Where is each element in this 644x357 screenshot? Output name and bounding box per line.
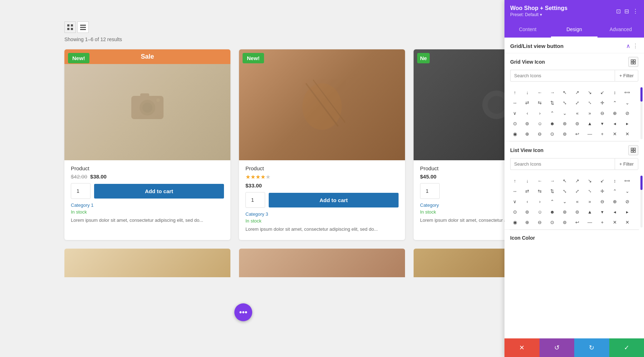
add-to-cart-btn-2[interactable]: Add to cart [269, 193, 399, 207]
section-more-icon[interactable]: ⋮ [633, 43, 638, 49]
icon-double-left[interactable]: « [572, 108, 583, 118]
icon-move-cross[interactable]: ✛ [597, 98, 608, 108]
list-icon-c-minus[interactable]: ⊖ [597, 196, 608, 206]
icon-double-down[interactable]: ⌄ [560, 108, 570, 118]
icon-arrow-left[interactable]: ← [535, 87, 545, 97]
category-link-1[interactable]: Category 1 [71, 202, 224, 208]
icon-chevron-up[interactable]: ⌃ [609, 98, 620, 108]
list-icon-ret[interactable]: ↩ [572, 217, 583, 227]
list-icon-dbl-up[interactable]: ⌃ [547, 196, 558, 206]
add-to-cart-btn-1[interactable]: Add to cart [94, 184, 224, 199]
list-icon-cross[interactable]: ✛ [597, 186, 608, 196]
icon-circle-minus[interactable]: ⊖ [597, 108, 608, 118]
icon-circle-plus2[interactable]: ⊚ [522, 118, 533, 128]
list-icon-c-dot[interactable]: ⊙ [509, 207, 520, 217]
grid-view-icon-btn[interactable] [628, 57, 638, 67]
grid-view-toggle[interactable] [64, 21, 76, 33]
icon-arrow-down[interactable]: ↓ [522, 87, 533, 97]
list-icon-search-input[interactable] [510, 158, 615, 170]
list-icon-expand[interactable]: ⤡ [584, 186, 595, 196]
icon-smile2[interactable]: ☻ [547, 118, 558, 128]
grid-icon-scrollbar[interactable] [640, 87, 643, 139]
list-icon-c-check[interactable]: ⊕ [609, 196, 620, 206]
responsive-icon[interactable]: ⊡ [616, 8, 621, 15]
list-icon-tri-r[interactable]: ▸ [622, 207, 633, 217]
icon-return[interactable]: ↩ [572, 129, 583, 139]
list-icon-c-star[interactable]: ⊛ [560, 207, 570, 217]
list-icon-arrow-nw[interactable]: ↖ [560, 176, 570, 186]
save-action-btn[interactable]: ✓ [609, 338, 644, 357]
icon-move-ul[interactable]: ⤡ [560, 98, 570, 108]
list-icon-dn-c[interactable]: ⊖ [535, 217, 545, 227]
list-icon-cl[interactable]: ‹ [522, 196, 533, 206]
grid-icon-search-input[interactable] [510, 70, 615, 82]
list-icon-ex-r[interactable]: ⇄ [522, 186, 533, 196]
list-icon-smile[interactable]: ☺ [535, 207, 545, 217]
list-icon-arrow-up[interactable]: ↑ [509, 176, 520, 186]
more-icon[interactable]: ⋮ [633, 8, 638, 15]
list-icon-radio[interactable]: ◉ [509, 217, 520, 227]
tab-advanced[interactable]: Advanced [597, 22, 644, 38]
icon-target[interactable]: ⊙ [547, 129, 558, 139]
list-icon-diag2[interactable]: ⤢ [572, 186, 583, 196]
icon-dash[interactable]: — [584, 129, 595, 139]
list-icon-c-eq[interactable]: ⊜ [572, 207, 583, 217]
list-icon-ch-up[interactable]: ⌃ [609, 186, 620, 196]
list-icon-plus[interactable]: + [597, 217, 608, 227]
icon-circle-eq[interactable]: ⊜ [572, 118, 583, 128]
icon-move-ur[interactable]: ⤢ [572, 98, 583, 108]
icon-expand-diag[interactable]: ⤡ [584, 98, 595, 108]
icon-close[interactable]: ✕ [609, 129, 620, 139]
list-icon-arrow-se[interactable]: ↘ [584, 176, 595, 186]
icon-arrow-right[interactable]: → [547, 87, 558, 97]
list-icon-arrow-sw[interactable]: ↙ [597, 176, 608, 186]
icon-arrow-downright[interactable]: ↘ [584, 87, 595, 97]
icon-chevron-down2[interactable]: ⌄ [622, 98, 633, 108]
list-icon-tri-u[interactable]: ▲ [584, 207, 595, 217]
icon-triangle-left[interactable]: ◂ [609, 118, 620, 128]
list-icon-close2[interactable]: ✕ [622, 217, 633, 227]
undo-action-btn[interactable]: ↺ [540, 338, 575, 357]
cancel-action-btn[interactable]: ✕ [504, 338, 540, 357]
list-icon-c-plus[interactable]: ⊚ [522, 207, 533, 217]
list-icon-arrow-right[interactable]: → [547, 176, 558, 186]
icon-double-right[interactable]: » [584, 108, 595, 118]
icon-triangle-right[interactable]: ▸ [622, 118, 633, 128]
floating-menu-button[interactable]: ••• [234, 303, 252, 321]
icon-double-up[interactable]: ⌃ [547, 108, 558, 118]
list-view-icon-btn[interactable] [628, 145, 638, 155]
icon-arrow-up[interactable]: ↑ [509, 87, 520, 97]
icon-down-circle[interactable]: ⊖ [535, 129, 545, 139]
qty-input-2[interactable] [245, 192, 265, 208]
icon-circle-check[interactable]: ⊕ [609, 108, 620, 118]
list-icon-dash[interactable]: — [584, 217, 595, 227]
icon-circle-dot[interactable]: ⊙ [509, 118, 520, 128]
list-icon-c-x[interactable]: ⊘ [622, 196, 633, 206]
category-link-2[interactable]: Category 3 [245, 211, 399, 217]
layout-icon[interactable]: ⊟ [624, 8, 629, 15]
icon-smile[interactable]: ☺ [535, 118, 545, 128]
list-icon-diag1[interactable]: ⤡ [560, 186, 570, 196]
list-icon-ch-dn[interactable]: ⌄ [622, 186, 633, 196]
list-icon-dbl-dn[interactable]: ⌄ [560, 196, 570, 206]
qty-input-3[interactable] [420, 183, 440, 199]
icon-triangle-down[interactable]: ▾ [597, 118, 608, 128]
list-icon-ex-h[interactable]: ↔ [509, 186, 520, 196]
list-icon-updown[interactable]: ↕ [609, 176, 620, 186]
icon-arrow-upright[interactable]: ↗ [572, 87, 583, 97]
icon-chevron-left[interactable]: ‹ [522, 108, 533, 118]
list-view-toggle[interactable] [77, 21, 89, 33]
icon-arrow-downleft[interactable]: ↙ [597, 87, 608, 97]
icon-chevron-right[interactable]: › [535, 108, 545, 118]
icon-chevron-down3[interactable]: ∨ [509, 108, 520, 118]
icon-triangle-up[interactable]: ▲ [584, 118, 595, 128]
list-icon-tri-l[interactable]: ◂ [609, 207, 620, 217]
icon-close2[interactable]: ✕ [622, 129, 633, 139]
icon-plus-sm[interactable]: + [597, 129, 608, 139]
list-icon-cr[interactable]: › [535, 196, 545, 206]
icon-exchange-v[interactable]: ⇅ [547, 98, 558, 108]
collapse-icon[interactable]: ∧ [626, 43, 630, 49]
icon-radio-btn[interactable]: ◉ [509, 129, 520, 139]
list-icon-target[interactable]: ⊙ [547, 217, 558, 227]
tab-design[interactable]: Design [551, 22, 597, 38]
